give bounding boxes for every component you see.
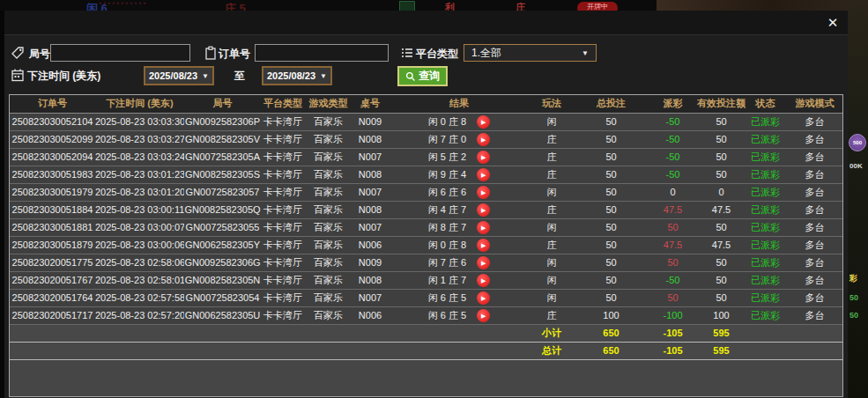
platform-cell: 卡卡湾厅 <box>261 236 305 254</box>
summary-empty-cell <box>352 324 389 342</box>
total-bet-cell: 50 <box>574 166 649 183</box>
play-icon[interactable]: ▶ <box>477 239 490 252</box>
column-header: 结果 <box>389 95 530 113</box>
play-icon[interactable]: ▶ <box>477 221 490 234</box>
column-header: 玩法 <box>530 95 574 113</box>
round-no-cell: GN00725823057 <box>184 183 261 201</box>
bg-video-thumb <box>657 0 848 11</box>
bet-on-cell: 庄 <box>530 201 574 218</box>
play-icon[interactable]: ▶ <box>477 256 490 269</box>
status-cell: 已派彩 <box>746 289 785 306</box>
summary-empty-cell <box>10 342 95 359</box>
result-text: 闲 1 庄 7 <box>428 274 466 287</box>
game-mode-cell: 多台 <box>785 183 843 201</box>
platform-list-icon <box>400 46 414 60</box>
game-type-cell: 百家乐 <box>305 166 352 183</box>
summary-empty-cell <box>95 324 184 342</box>
result-text: 闲 6 庄 6 <box>428 186 466 199</box>
valid-bet-cell: 50 <box>697 218 746 236</box>
play-icon[interactable]: ▶ <box>477 133 490 146</box>
order-no-cell: 250823030051983 <box>10 166 95 183</box>
table-no-cell: N008 <box>352 130 389 148</box>
order-number-input[interactable] <box>255 44 389 62</box>
search-button[interactable]: 查询 <box>397 66 448 86</box>
bet-time-cell: 2025-08-23 02:57:58 <box>95 289 184 306</box>
bet-time-cell: 2025-08-23 03:00:07 <box>95 218 184 236</box>
table-no-cell: N007 <box>352 183 389 201</box>
play-icon[interactable]: ▶ <box>477 203 490 217</box>
play-icon[interactable]: ▶ <box>477 186 490 199</box>
table-row: 2508230300519792025-08-23 03:01:20GN0072… <box>10 183 843 201</box>
valid-bet-cell: 50 <box>697 130 746 148</box>
game-mode-cell: 多台 <box>785 254 843 271</box>
order-no-cell: 250823030051879 <box>10 236 95 254</box>
payout-cell: 50 <box>649 289 697 306</box>
table-no-cell: N009 <box>352 113 389 130</box>
column-header: 游戏类型 <box>305 95 352 113</box>
result-cell: 闲 7 庄 0▶ <box>389 130 530 148</box>
status-cell: 已派彩 <box>746 236 785 254</box>
result-cell: 闲 7 庄 6▶ <box>389 254 530 271</box>
total-bet-cell: 50 <box>574 201 649 218</box>
platform-type-select[interactable]: 1.全部 ▼ <box>464 44 597 62</box>
table-row: 2508230200517672025-08-23 02:58:01GN0082… <box>10 271 843 289</box>
summary-total-bet-cell: 650 <box>574 342 649 359</box>
order-no-cell: 250823020051775 <box>10 254 95 271</box>
close-icon[interactable]: ✕ <box>824 14 842 32</box>
platform-cell: 卡卡湾厅 <box>261 306 305 324</box>
table-row: 2508230300518812025-08-23 03:00:07GN0072… <box>10 218 843 236</box>
order-no-cell: 250823020051764 <box>10 289 95 306</box>
round-no-cell: GN0082582305V <box>184 130 261 148</box>
valid-bet-cell: 0 <box>697 183 746 201</box>
game-mode-cell: 多台 <box>785 306 843 324</box>
payout-cell: 50 <box>649 218 697 236</box>
game-mode-cell: 多台 <box>785 130 843 148</box>
bg-stack-label: 00K <box>849 162 863 170</box>
status-cell: 已派彩 <box>746 306 785 324</box>
game-type-cell: 百家乐 <box>305 113 352 130</box>
result-text: 闲 9 庄 4 <box>428 168 466 181</box>
payout-cell: -50 <box>649 113 697 130</box>
round-no-cell: GN0092582306G <box>184 254 261 271</box>
result-text: 闲 4 庄 7 <box>428 203 466 217</box>
play-icon[interactable]: ▶ <box>477 274 490 287</box>
play-icon[interactable]: ▶ <box>477 151 490 164</box>
round-number-input[interactable] <box>50 44 190 62</box>
date-to-select[interactable]: 2025/08/23 ▼ <box>262 66 332 85</box>
chevron-down-icon: ▼ <box>202 72 209 80</box>
search-icon <box>405 71 416 82</box>
game-mode-cell: 多台 <box>785 113 843 130</box>
column-header: 下注时间 (美东) <box>95 95 184 113</box>
result-text: 闲 0 庄 8 <box>428 239 466 252</box>
total-bet-cell: 50 <box>574 130 649 148</box>
play-icon[interactable]: ▶ <box>477 115 490 129</box>
total-bet-cell: 50 <box>574 236 649 254</box>
column-header: 有效投注额 <box>697 95 746 113</box>
play-icon[interactable]: ▶ <box>477 291 490 305</box>
play-icon[interactable]: ▶ <box>477 168 490 181</box>
platform-type-label: 平台类型 <box>416 47 458 62</box>
bet-time-cell: 2025-08-23 03:01:20 <box>95 183 184 201</box>
payout-cell: -50 <box>649 271 697 289</box>
play-icon[interactable]: ▶ <box>477 309 490 322</box>
date-from-select[interactable]: 2025/08/23 ▼ <box>144 66 214 85</box>
column-header: 订单号 <box>10 95 95 113</box>
game-type-cell: 百家乐 <box>305 201 352 218</box>
game-mode-cell: 多台 <box>785 289 843 306</box>
result-text: 闲 5 庄 2 <box>428 151 466 164</box>
order-no-cell: 250823030051881 <box>10 218 95 236</box>
bet-on-cell: 闲 <box>530 254 574 271</box>
screen: 闲 6 ●●●●●●●●●●● 庄 5 利 庄 开牌中 500 00K 彩 50… <box>0 0 868 398</box>
result-cell: 闲 6 庄 5▶ <box>389 306 530 324</box>
table-no-cell: N007 <box>352 289 389 306</box>
column-header: 派彩 <box>649 95 697 113</box>
payout-cell: -50 <box>649 130 697 148</box>
summary-row: 总计650-105595 <box>10 342 843 359</box>
round-no-cell: GN00725823054 <box>184 289 261 306</box>
summary-empty-cell <box>305 324 352 342</box>
result-cell: 闲 9 庄 4▶ <box>389 166 530 183</box>
table-header-row: 订单号下注时间 (美东)局号平台类型游戏类型桌号结果玩法总投注派彩有效投注额状态… <box>10 95 843 113</box>
game-type-cell: 百家乐 <box>305 289 352 306</box>
date-from-value: 2025/08/23 <box>149 70 197 81</box>
platform-type-value: 1.全部 <box>471 46 501 61</box>
